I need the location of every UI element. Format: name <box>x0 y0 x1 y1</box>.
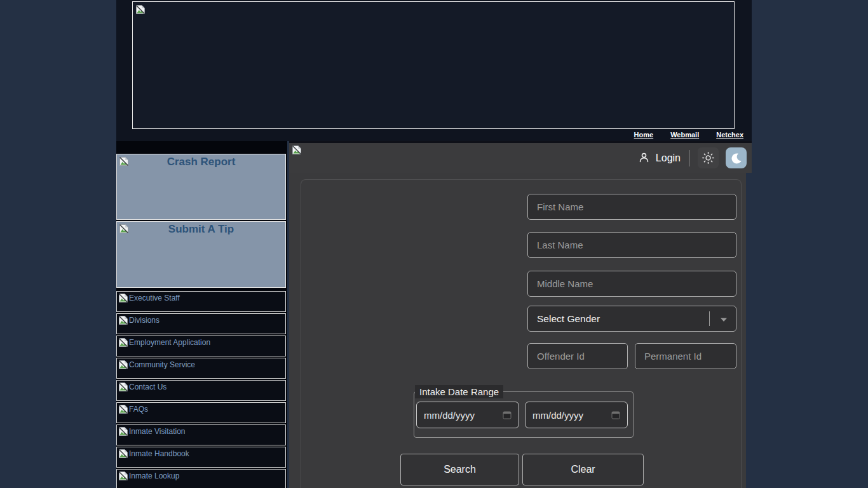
sidebar-item-label: Community Service <box>129 360 195 370</box>
broken-image-icon <box>118 382 128 392</box>
sidebar-item-executive-staff[interactable]: Executive Staff <box>116 291 286 312</box>
sidebar-item-inmate-handbook[interactable]: Inmate Handbook <box>116 447 286 468</box>
last-name-input[interactable] <box>527 232 736 258</box>
sun-icon <box>702 151 715 165</box>
top-nav-links: Home Webmail Netchex <box>634 131 743 139</box>
calendar-icon[interactable] <box>611 410 620 419</box>
header-controls: Login <box>638 143 747 173</box>
broken-image-icon <box>118 360 128 370</box>
middle-name-input[interactable] <box>527 271 736 297</box>
sidebar-item-divisions[interactable]: Divisions <box>116 313 286 334</box>
top-link-webmail[interactable]: Webmail <box>670 131 699 139</box>
sidebar-item-label: Inmate Lookup <box>129 471 179 481</box>
sidebar-promo-crash-report[interactable]: Crash Report <box>116 154 286 220</box>
page: Home Webmail Netchex Crash Report Submit… <box>0 0 868 488</box>
dark-theme-button[interactable] <box>726 147 747 168</box>
broken-image-icon <box>118 337 128 348</box>
promo-label: Submit A Tip <box>117 222 285 236</box>
moon-icon <box>730 152 743 165</box>
broken-image-icon <box>118 471 128 481</box>
broken-image-icon <box>119 156 129 166</box>
intake-date-to-input[interactable]: mm/dd/yyyy <box>525 402 628 428</box>
sidebar-item-label: Inmate Visitation <box>129 426 186 437</box>
banner-image-placeholder <box>132 1 735 129</box>
broken-image-icon <box>292 145 302 155</box>
sidebar-item-label: FAQs <box>129 404 148 414</box>
sidebar-item-label: Inmate Handbook <box>129 449 189 459</box>
sidebar-item-inmate-visitation[interactable]: Inmate Visitation <box>116 424 286 445</box>
broken-image-icon <box>118 404 128 414</box>
permanent-id-input[interactable] <box>635 343 736 369</box>
calendar-icon[interactable] <box>503 410 512 419</box>
date-inputs-row: mm/dd/yyyy mm/dd/yyyy <box>414 398 633 428</box>
broken-image-icon <box>118 426 128 437</box>
person-icon <box>638 152 650 164</box>
search-button[interactable]: Search <box>400 454 519 485</box>
header-divider <box>689 150 689 166</box>
sidebar-item-community-service[interactable]: Community Service <box>116 358 286 379</box>
intake-date-range-fieldset: Intake Date Range mm/dd/yyyy mm/dd/yyyy <box>414 385 634 438</box>
intake-date-from-input[interactable]: mm/dd/yyyy <box>416 402 519 428</box>
sidebar-item-employment-application[interactable]: Employment Application <box>116 336 286 356</box>
sidebar-item-label: Divisions <box>129 315 159 325</box>
first-name-input[interactable] <box>527 194 736 220</box>
date-from-value: mm/dd/yyyy <box>424 410 475 421</box>
gender-select-value: Select Gender <box>537 313 600 325</box>
top-link-netchex[interactable]: Netchex <box>716 131 743 139</box>
promo-label: Crash Report <box>117 154 285 168</box>
sidebar-item-inmate-lookup[interactable]: Inmate Lookup <box>116 469 286 488</box>
broken-image-icon <box>119 224 129 234</box>
sidebar-item-contact-us[interactable]: Contact Us <box>116 380 286 401</box>
chevron-down-icon <box>720 317 728 322</box>
sidebar-promo-submit-a-tip[interactable]: Submit A Tip <box>116 221 286 288</box>
login-button[interactable]: Login <box>638 152 681 164</box>
sidebar-item-label: Executive Staff <box>129 293 180 303</box>
search-form-panel <box>301 179 742 488</box>
broken-image-icon <box>118 449 128 459</box>
main-header-bar: Login <box>289 143 752 173</box>
broken-image-icon <box>118 293 128 303</box>
top-link-home[interactable]: Home <box>634 131 654 139</box>
top-banner-section: Home Webmail Netchex <box>116 0 752 141</box>
gender-select[interactable]: Select Gender <box>527 306 736 332</box>
intake-date-range-legend: Intake Date Range <box>415 385 503 398</box>
sidebar: Crash Report Submit A Tip Executive Staf… <box>116 141 287 488</box>
date-to-value: mm/dd/yyyy <box>532 410 583 421</box>
gender-select-divider <box>709 311 710 326</box>
sidebar-item-label: Contact Us <box>129 382 166 392</box>
sidebar-item-label: Employment Application <box>129 337 210 348</box>
login-label: Login <box>656 152 681 164</box>
offender-id-input[interactable] <box>527 343 628 369</box>
clear-button[interactable]: Clear <box>522 454 644 485</box>
sidebar-item-faqs[interactable]: FAQs <box>116 402 286 423</box>
broken-image-icon <box>118 315 128 325</box>
light-theme-button[interactable] <box>698 147 719 168</box>
broken-image-icon <box>135 4 146 15</box>
